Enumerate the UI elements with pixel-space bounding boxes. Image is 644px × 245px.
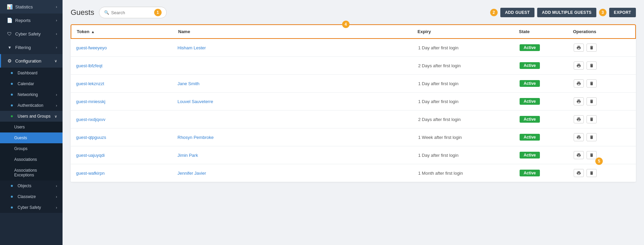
sidebar-item-filtering[interactable]: ▾ Filtering › — [0, 41, 63, 54]
cell-name-3: Louvel Sauveterre — [172, 93, 413, 110]
sidebar-item-authentication[interactable]: Authentication › — [0, 100, 63, 111]
chevron-classwize: › — [56, 195, 57, 199]
chevron-networking: › — [56, 93, 57, 97]
state-badge-0: Active — [520, 44, 540, 51]
delete-button-0[interactable] — [587, 44, 597, 52]
cell-expiry-7: 1 Month after first login — [413, 164, 514, 182]
print-button-6[interactable] — [574, 151, 584, 159]
delete-button-4[interactable] — [587, 115, 597, 123]
badge-3: 3 — [599, 9, 606, 16]
print-button-4[interactable] — [574, 115, 584, 123]
dot-objects — [11, 185, 13, 187]
sidebar: 📊 Statistics › 📄 Reports › 🛡 Cyber Safet… — [0, 0, 63, 245]
statistics-icon: 📊 — [6, 4, 13, 9]
print-button-2[interactable] — [574, 79, 584, 88]
cell-name-0: Hisham Lester — [172, 39, 413, 56]
cell-token-2: guest-lekznzzt — [71, 75, 172, 92]
print-button-3[interactable] — [574, 97, 584, 105]
print-button-0[interactable] — [574, 44, 584, 52]
cell-token-1: guest-lbfzfeqt — [71, 57, 172, 74]
sidebar-item-users[interactable]: Users — [0, 122, 63, 132]
table-row: guest-wafkirpn Jennifer Javier 1 Month a… — [71, 164, 636, 182]
dot-authentication — [11, 104, 13, 106]
delete-button-3[interactable] — [587, 97, 597, 105]
add-multiple-guests-button[interactable]: ADD MULTIPLE GUESTS — [537, 8, 596, 17]
search-input[interactable] — [111, 10, 152, 15]
chevron-cyber-safety: › — [56, 32, 57, 36]
th-token[interactable]: Token ▲ — [71, 25, 173, 38]
cell-expiry-1: 2 Days after first login — [413, 57, 514, 74]
cell-expiry-4: 2 Days after first login — [413, 111, 514, 128]
sidebar-label-calendar: Calendar — [18, 81, 34, 86]
sidebar-label-users: Users — [14, 125, 25, 129]
cell-state-0: Active — [514, 39, 568, 56]
state-badge-4: Active — [520, 116, 540, 123]
sidebar-label-objects: Objects — [18, 183, 31, 188]
operations-1 — [574, 62, 597, 70]
delete-button-6[interactable] — [587, 151, 597, 159]
cell-token-6: guest-uajuyqdi — [71, 146, 172, 164]
cell-expiry-5: 1 Week after first login — [413, 128, 514, 146]
sidebar-sub-configuration: Dashboard Calendar Networking › Authenti… — [0, 68, 63, 213]
th-state[interactable]: State — [514, 25, 568, 38]
chevron-filtering: › — [56, 45, 57, 49]
sidebar-item-associations-exceptions[interactable]: Associations Exceptions — [0, 165, 63, 180]
state-badge-1: Active — [520, 62, 540, 69]
sidebar-item-cyber-safety-config[interactable]: Cyber Safety › — [0, 202, 63, 213]
guests-table: Token ▲ Name Expiry State Operations gue… — [71, 24, 636, 182]
delete-button-2[interactable] — [587, 79, 597, 88]
sidebar-label-reports: Reports — [15, 18, 31, 23]
print-button-5[interactable] — [574, 133, 584, 141]
cell-name-5: Rhosyn Pembroke — [172, 128, 413, 146]
sidebar-item-cyber-safety[interactable]: 🛡 Cyber Safety › — [0, 27, 63, 41]
cell-expiry-0: 1 Day after first login — [413, 39, 514, 56]
print-button-7[interactable] — [574, 169, 584, 177]
delete-button-5[interactable] — [587, 133, 597, 141]
sidebar-item-statistics[interactable]: 📊 Statistics › — [0, 0, 63, 14]
print-button-1[interactable] — [574, 62, 584, 70]
sidebar-item-users-and-groups[interactable]: Users and Groups ∨ — [0, 111, 63, 122]
chevron-configuration: ∨ — [54, 59, 57, 63]
cell-token-3: guest-mniesskj — [71, 93, 172, 110]
th-state-label: State — [519, 29, 530, 34]
table-row: guest-qtpguuzs Rhosyn Pembroke 1 Week af… — [71, 128, 636, 146]
sidebar-sub-users-groups: Users Guests Groups Associations Associa… — [0, 122, 63, 180]
sidebar-item-classwize[interactable]: Classwize › — [0, 191, 63, 202]
cell-expiry-6: 1 Day after first login — [413, 146, 514, 164]
add-guest-button[interactable]: ADD GUEST — [500, 8, 534, 17]
th-name[interactable]: Name — [173, 25, 412, 38]
sidebar-label-authentication: Authentication — [18, 103, 43, 108]
search-box: 🔍 1 — [99, 7, 167, 18]
sidebar-label-cyber-safety: Cyber Safety — [15, 31, 41, 36]
sidebar-item-calendar[interactable]: Calendar — [0, 78, 63, 89]
sidebar-item-reports[interactable]: 📄 Reports › — [0, 14, 63, 27]
operations-4 — [574, 115, 597, 123]
delete-button-1[interactable] — [587, 62, 597, 70]
th-expiry[interactable]: Expiry — [412, 25, 514, 38]
sidebar-label-networking: Networking — [18, 92, 38, 97]
sidebar-item-dashboard[interactable]: Dashboard — [0, 68, 63, 78]
cell-name-6: Jimin Park — [172, 146, 413, 164]
cell-expiry-3: 1 Day after first login — [413, 93, 514, 110]
state-badge-5: Active — [520, 134, 540, 141]
table-row: guest-uajuyqdi Jimin Park 1 Day after fi… — [71, 146, 636, 164]
state-badge-2: Active — [520, 80, 540, 87]
delete-button-7[interactable] — [587, 169, 597, 177]
sidebar-item-configuration[interactable]: ⚙ Configuration ∨ — [0, 54, 63, 68]
sidebar-item-groups[interactable]: Groups — [0, 143, 63, 154]
sidebar-item-associations[interactable]: Associations — [0, 154, 63, 165]
sidebar-item-networking[interactable]: Networking › — [0, 89, 63, 100]
page-title: Guests — [71, 8, 94, 17]
sidebar-label-groups: Groups — [14, 146, 27, 151]
sidebar-item-guests[interactable]: Guests — [0, 132, 63, 143]
sidebar-item-objects[interactable]: Objects › — [0, 180, 63, 191]
cell-token-7: guest-wafkirpn — [71, 164, 172, 182]
cell-token-5: guest-qtpguuzs — [71, 128, 172, 146]
th-token-label: Token — [77, 29, 89, 34]
export-button[interactable]: EXPORT — [609, 8, 636, 17]
cell-token-0: guest-fweeyeyo — [71, 39, 172, 56]
chevron-authentication: › — [56, 103, 57, 107]
cell-state-2: Active — [514, 75, 568, 92]
dot-users-groups — [11, 115, 13, 117]
state-badge-7: Active — [520, 170, 540, 176]
